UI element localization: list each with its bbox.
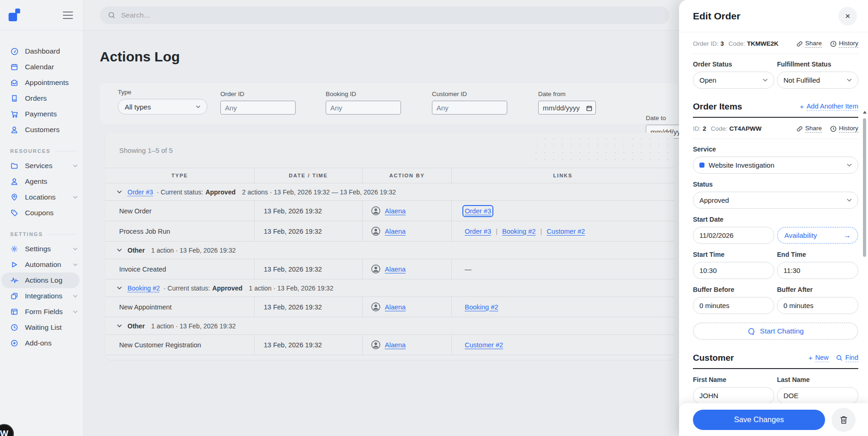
collapse-chevron-icon[interactable] — [117, 286, 122, 290]
cell-action-by: Alaena — [363, 201, 452, 221]
divider — [693, 54, 858, 54]
sidebar-item-waiting-list[interactable]: Waiting List — [0, 320, 83, 335]
panel-scrollbar[interactable] — [863, 111, 867, 406]
group-order-link[interactable]: Order #3 — [127, 188, 153, 196]
sidebar-item-appointments[interactable]: Appointments — [0, 75, 83, 91]
panel-title: Edit Order — [693, 11, 741, 22]
group-row-booking-2: Booking #2 · Current status: Approved 1 … — [105, 279, 674, 297]
sidebar-item-coupons[interactable]: Coupons — [0, 205, 83, 221]
find-customer-button[interactable]: Find — [836, 354, 858, 362]
item-id-label: ID: — [693, 125, 701, 132]
history-clock-icon — [830, 41, 837, 47]
end-time-input[interactable] — [777, 262, 858, 279]
search-input[interactable] — [121, 11, 661, 19]
item-id-value: 2 — [703, 125, 706, 132]
delete-order-button[interactable] — [832, 408, 856, 432]
sidebar-item-label: Form Fields — [25, 308, 63, 316]
cell-datetime: 13 Feb, 2026 19:32 — [255, 259, 363, 279]
sidebar-item-locations[interactable]: Locations — [0, 189, 83, 205]
filter-booking-id: Booking ID — [326, 91, 401, 115]
booking-link[interactable]: Booking #2 — [502, 228, 536, 235]
new-customer-button[interactable]: + New — [808, 354, 828, 362]
first-name-input[interactable] — [693, 387, 774, 403]
order-items-heading: Order Items — [693, 102, 742, 112]
sidebar-item-payments[interactable]: Payments — [0, 106, 83, 122]
collapse-chevron-icon[interactable] — [117, 190, 122, 194]
last-name-input[interactable] — [777, 387, 858, 403]
sidebar-item-integrations[interactable]: Integrations — [0, 288, 83, 304]
sidebar-item-services[interactable]: Services — [0, 158, 83, 174]
group-title: Other — [127, 247, 145, 254]
order-id-input[interactable] — [220, 101, 296, 115]
customer-link[interactable]: Customer #2 — [546, 228, 585, 235]
sidebar-section-resources: RESOURCES — [0, 148, 83, 154]
sidebar-item-agents[interactable]: Agents — [0, 174, 83, 189]
share-button[interactable]: Share — [796, 125, 822, 133]
customer-link[interactable]: Customer #2 — [465, 341, 503, 349]
scroll-up-arrow-icon[interactable] — [863, 111, 867, 114]
form-window-icon — [10, 308, 18, 316]
buffer-after-input[interactable] — [777, 297, 858, 314]
order-code-label: Code: — [728, 40, 745, 47]
sidebar-item-orders[interactable]: Orders — [0, 91, 83, 106]
availability-button[interactable]: Availability → — [777, 227, 858, 244]
date-from-input[interactable] — [538, 101, 596, 115]
link-separator: | — [496, 228, 498, 235]
group-row-order-3: Order #3 · Current status: Approved 2 ac… — [105, 183, 674, 201]
sidebar-header — [0, 0, 83, 30]
actor-link[interactable]: Alaena — [385, 207, 406, 215]
share-button[interactable]: Share — [796, 40, 822, 48]
search-bar[interactable] — [100, 6, 669, 24]
fulfillment-status-select[interactable]: Not Fulfilled — [777, 72, 858, 89]
first-name-label: First Name — [693, 376, 774, 383]
sidebar-item-label: Agents — [25, 177, 47, 186]
share-label: Share — [805, 125, 822, 133]
history-label: History — [839, 40, 858, 48]
item-status-select[interactable]: Approved — [693, 192, 858, 209]
start-time-input[interactable] — [693, 262, 774, 279]
filter-type-label: Type — [118, 89, 207, 96]
collapse-chevron-icon[interactable] — [117, 324, 122, 327]
table-header-bar: Showing 1–5 of 5 — [105, 133, 674, 168]
order-link[interactable]: Order #3 — [465, 228, 491, 235]
buffer-before-input[interactable] — [693, 297, 774, 314]
sidebar-item-calendar[interactable]: Calendar — [0, 59, 83, 75]
customer-id-input[interactable] — [432, 101, 507, 115]
service-select[interactable]: Website Investigation — [693, 157, 858, 174]
history-button[interactable]: History — [830, 40, 858, 48]
scrollbar-thumb[interactable] — [863, 118, 866, 257]
play-icon — [10, 260, 18, 269]
history-button[interactable]: History — [830, 125, 858, 133]
link-separator: | — [540, 228, 542, 235]
sidebar-item-dashboard[interactable]: Dashboard — [0, 43, 83, 59]
order-status-select[interactable]: Open — [693, 72, 774, 89]
start-date-input[interactable] — [693, 227, 774, 244]
collapse-chevron-icon[interactable] — [117, 248, 122, 252]
actor-link[interactable]: Alaena — [385, 341, 406, 349]
sidebar-toggle-icon[interactable] — [61, 10, 75, 21]
booking-link[interactable]: Booking #2 — [465, 303, 498, 311]
panel-body: Order ID: 3 Code: TKMWE2K Share History … — [679, 32, 868, 403]
order-link[interactable]: Order #3 — [465, 207, 491, 215]
type-select-value: All types — [125, 103, 151, 111]
filter-date-from-label: Date from — [538, 91, 596, 97]
save-changes-button[interactable]: Save Changes — [693, 410, 825, 430]
sidebar-item-settings[interactable]: Settings — [0, 241, 83, 257]
booking-id-input[interactable] — [326, 101, 401, 115]
close-button[interactable]: × — [838, 7, 857, 25]
sidebar-item-label: Appointments — [25, 79, 69, 87]
sidebar-item-automation[interactable]: Automation — [0, 257, 83, 272]
column-header-date-time: DATE / TIME — [255, 168, 363, 183]
order-item-meta: ID: 2 Code: CT4APWW Share History — [693, 125, 858, 133]
actor-link[interactable]: Alaena — [385, 228, 406, 235]
actor-link[interactable]: Alaena — [385, 303, 406, 311]
start-chatting-button[interactable]: Start Chatting — [693, 322, 858, 340]
type-select[interactable]: All types — [118, 99, 207, 115]
add-another-item-button[interactable]: + Add Another Item — [800, 103, 858, 111]
sidebar-item-customers[interactable]: Customers — [0, 122, 83, 138]
sidebar-item-add-ons[interactable]: Add-ons — [0, 335, 83, 351]
actor-link[interactable]: Alaena — [385, 266, 406, 273]
sidebar-item-form-fields[interactable]: Form Fields — [0, 304, 83, 320]
group-booking-link[interactable]: Booking #2 — [127, 285, 160, 292]
sidebar-item-actions-log[interactable]: Actions Log — [1, 272, 79, 288]
